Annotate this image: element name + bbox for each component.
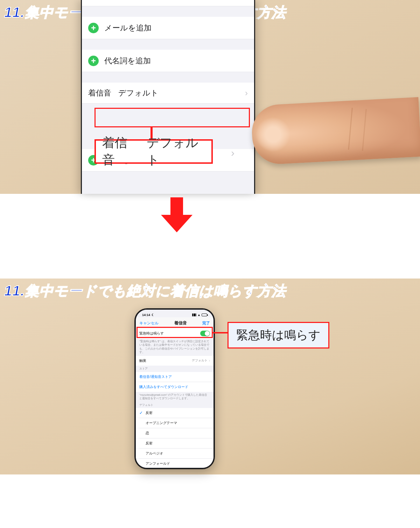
haptics-label: 触覚: [139, 358, 146, 363]
status-time: 14:14: [142, 313, 150, 317]
tone-row[interactable]: かたまり›: [136, 469, 214, 469]
checkmark-icon: ✓: [139, 410, 143, 415]
section-gap: [82, 6, 254, 17]
moon-icon: ☾: [152, 313, 154, 317]
tone-row[interactable]: アルペジオ: [136, 449, 214, 458]
tone-row-selected[interactable]: ✓ 反射: [136, 408, 214, 418]
ringtone-label: 着信音: [88, 88, 111, 98]
tone-label: アンフォールド: [146, 461, 170, 466]
add-pronoun-row[interactable]: + 代名詞を追加: [82, 50, 254, 72]
highlight-box-ringtone: [94, 108, 250, 127]
chevron-right-icon: ›: [231, 147, 234, 159]
plus-icon: +: [88, 23, 99, 33]
connector-line: [213, 332, 227, 333]
ringtone-value: デフォルト: [118, 88, 159, 98]
section-gap: [82, 72, 254, 83]
finger-illustration: [251, 97, 420, 166]
tone-row[interactable]: オープニングテーマ: [136, 418, 214, 428]
step-title-bottom: 11.集中モードでも絶対に着信は鳴らす方法: [4, 281, 286, 301]
add-mail-row[interactable]: + メールを追加: [82, 17, 254, 39]
battery-icon: [202, 314, 207, 316]
highlight-box-emergency: [136, 327, 213, 338]
partial-row: [82, 0, 254, 6]
tone-label: オープニングテーマ: [146, 421, 177, 425]
cellular-signal-icon: [192, 314, 196, 316]
done-button[interactable]: 完了: [202, 321, 210, 326]
callout-emergency: 緊急時は鳴らす: [227, 322, 329, 349]
callout-ringtone-value: デフォルト: [147, 134, 205, 169]
callout-ringtone-label: 着信音: [102, 134, 136, 169]
tone-label: アルペジオ: [146, 451, 163, 456]
wifi-icon: ▲: [197, 313, 201, 317]
add-pronoun-label: 代名詞を追加: [104, 56, 151, 66]
store-section-header: ストア: [136, 366, 214, 372]
nav-title: 着信音: [174, 320, 187, 326]
tone-label: 反射: [146, 410, 153, 415]
tone-label: 反射: [146, 441, 153, 446]
ringtone-row[interactable]: 着信音 デフォルト ›: [82, 83, 254, 104]
haptics-row[interactable]: 触覚 デフォルト ›: [136, 356, 214, 366]
status-bar: 14:14 ☾ ▲: [136, 310, 214, 317]
tone-row[interactable]: 恋: [136, 428, 214, 438]
tone-row[interactable]: 反射: [136, 438, 214, 448]
tone-row[interactable]: アンフォールド: [136, 459, 214, 469]
download-all-link[interactable]: 購入済みをすべてダウンロード: [136, 382, 214, 392]
download-description: "nszudes@gmail.com" のアカウントで購入した着信音と通知音をす…: [136, 392, 214, 402]
tone-label: 恋: [146, 431, 149, 436]
callout-ringtone: 着信音 デフォルト: [94, 139, 213, 164]
cancel-button[interactable]: キャンセル: [139, 321, 159, 326]
plus-icon: +: [88, 56, 99, 66]
tutorial-step-top: 11.集中モードでも絶対に着信は鳴らす方法 + メールを追加 + 代名詞を追加 …: [0, 0, 420, 194]
haptics-value: デフォルト: [192, 358, 208, 363]
chevron-right-icon: ›: [245, 88, 248, 98]
down-arrow-icon: [161, 197, 192, 232]
emergency-bypass-description: "緊急時は鳴らす" は、着信スイッチが消音に設定されている場合、または集中モード…: [136, 338, 214, 356]
default-section-header: デフォルト: [136, 402, 214, 408]
tutorial-step-bottom: 11.集中モードでも絶対に着信は鳴らす方法 14:14 ☾ ▲ キャンセル 着信…: [0, 279, 420, 474]
section-gap: [82, 39, 254, 50]
tone-store-link[interactable]: 着信音/通知音ストア: [136, 372, 214, 382]
add-mail-label: メールを追加: [104, 23, 152, 33]
chevron-right-icon: ›: [209, 359, 210, 362]
